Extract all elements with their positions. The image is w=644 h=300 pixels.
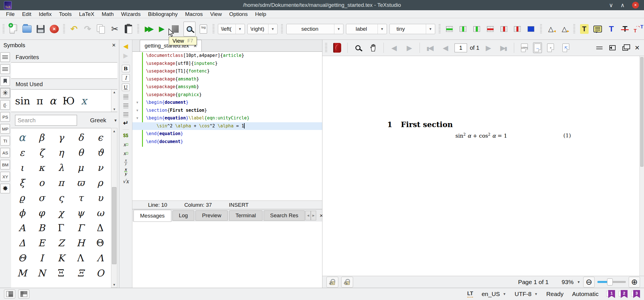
subscript-button[interactable]: x (123, 141, 128, 148)
bottom-tab-log[interactable]: Log (172, 210, 195, 221)
fold-marker-icon[interactable]: ▼ (136, 99, 138, 107)
symbol-cell[interactable]: O (90, 266, 110, 281)
symbol-cell[interactable]: Λ (90, 251, 110, 266)
symbol-cell[interactable]: Z (51, 235, 71, 251)
symbol-cell[interactable]: φ (32, 205, 51, 220)
table-cut-column-button[interactable] (512, 22, 523, 36)
table-add-row-button[interactable] (444, 22, 455, 36)
fit-text-button[interactable]: ≡ (544, 41, 557, 54)
symbol-cell[interactable]: ϑ (90, 145, 110, 160)
window-maximize-icon[interactable]: ∧ (620, 2, 625, 8)
compile-button[interactable]: ▶ (156, 22, 167, 36)
fold-marker-icon[interactable]: ▼ (136, 107, 138, 115)
menu-latex[interactable]: LaTeX (75, 11, 98, 17)
open-button[interactable] (22, 22, 33, 36)
table-add-column-button[interactable] (458, 22, 469, 36)
zoom-out-button[interactable]: ⊖ (583, 277, 595, 287)
chevron-down-icon[interactable]: ▼ (577, 280, 580, 284)
symbol-cell[interactable]: ω (90, 205, 110, 220)
symbol-cell[interactable]: K (51, 251, 71, 266)
bottom-tab-terminal[interactable]: Terminal (229, 210, 262, 221)
code-line[interactable]: \usepackage[T1]{fontenc} (132, 67, 322, 75)
symbol-cell[interactable]: τ (71, 190, 90, 205)
code-line[interactable]: \usepackage{graphicx} (132, 91, 322, 99)
save-button[interactable] (35, 22, 46, 36)
symbol-cell[interactable]: Λ (71, 251, 90, 266)
pdf-search-button[interactable] (352, 41, 364, 54)
new-document-button[interactable]: + (8, 22, 19, 36)
text-color-button[interactable]: T (606, 22, 617, 36)
menu-tools[interactable]: Tools (55, 11, 75, 17)
align-left-button[interactable] (123, 93, 128, 100)
symbol-cell[interactable]: N (32, 266, 51, 281)
symbol-cell[interactable]: ζ (32, 145, 51, 160)
menu-bibliography[interactable]: Bibliography (144, 11, 182, 17)
rail-tab-mp[interactable]: MP (0, 124, 10, 134)
symbol-cell[interactable]: A (12, 220, 32, 235)
code-editor[interactable]: \documentclass[10pt,a4paper]{article}\us… (132, 52, 322, 200)
symbol-cell[interactable]: ε (12, 145, 32, 160)
most-used-symbol[interactable]: sin (15, 95, 30, 107)
symbol-cell[interactable]: ψ (71, 205, 90, 220)
last-page-button[interactable]: ▶ (497, 41, 510, 54)
label-combo[interactable]: label▼ (346, 24, 387, 34)
section-combo[interactable]: section▼ (286, 24, 343, 34)
symbol-cell[interactable]: B (32, 220, 51, 235)
pdf-dock-icon[interactable] (609, 45, 616, 50)
symbol-cell[interactable]: I (32, 251, 51, 266)
code-line[interactable]: ▼\begin{document} (132, 99, 322, 107)
toggle-bottom-panel-button[interactable] (18, 289, 30, 299)
pdf-windowed-icon[interactable] (622, 46, 628, 51)
symbol-cell[interactable]: γ (51, 130, 71, 145)
page-number-input[interactable] (455, 44, 467, 52)
scroll-down-icon[interactable]: ▼ (113, 282, 116, 287)
rail-misc-icon[interactable]: ✸ (0, 184, 10, 193)
code-line[interactable]: \usepackage{amssymb} (132, 83, 322, 91)
pdf-scrollbar[interactable] (639, 56, 644, 276)
paste-button[interactable] (123, 22, 134, 36)
pdf-page[interactable]: 1 First section sin2 α + cos2 α = 1 (1) (322, 56, 644, 276)
symbol-cell[interactable]: ι (12, 160, 32, 175)
align-center-button[interactable] (123, 102, 128, 109)
table-remove-column-button[interactable] (498, 22, 509, 36)
tabs-scroll-left-icon[interactable]: ◀ (305, 211, 311, 220)
fit-page-button[interactable]: ⇱ (560, 41, 572, 54)
previous-page-button[interactable]: ◀ (439, 41, 452, 54)
code-line[interactable]: \sin^2 \alpha + \cos^2 \alpha = 1 (132, 122, 322, 130)
language-selector[interactable]: en_US▼ (482, 291, 506, 297)
bookmark-3-icon[interactable]: 3 (632, 290, 640, 298)
code-line[interactable]: \end{document} (132, 138, 322, 146)
table-paste-column-button[interactable] (471, 22, 482, 36)
symbol-cell[interactable]: E (32, 235, 51, 251)
symbol-cell[interactable]: H (71, 235, 90, 251)
menu-view[interactable]: View (207, 11, 226, 17)
symbol-cell[interactable]: π (51, 175, 71, 190)
insert-comment-button[interactable] (592, 22, 603, 36)
square-root-button[interactable]: √x (123, 178, 129, 185)
symbol-cell[interactable]: α (12, 130, 32, 145)
symbol-cell[interactable]: δ (71, 130, 90, 145)
code-line[interactable]: \usepackage{amsmath} (132, 75, 322, 83)
view-pdf-button[interactable] (184, 22, 196, 36)
superscript-button[interactable]: x (123, 150, 128, 157)
pdf-back-button[interactable]: ◀ (388, 41, 400, 54)
rail-most-used-icon[interactable]: ✳ (0, 88, 10, 98)
symbol-cell[interactable]: μ (71, 160, 90, 175)
bottom-tab-preview[interactable]: Preview (195, 210, 228, 221)
code-line[interactable]: ▼\section{First section} (132, 107, 322, 115)
copy-button[interactable] (96, 22, 107, 36)
sync-source-button[interactable]: ↶ (326, 277, 338, 287)
fold-marker-icon[interactable]: ▼ (136, 114, 138, 122)
symbol-cell[interactable]: Θ (90, 235, 110, 251)
build-and-view-button[interactable]: ▶▶ (143, 22, 154, 36)
bottom-tab-search-res[interactable]: Search Res (264, 210, 305, 221)
menu-macros[interactable]: Macros (181, 11, 206, 17)
rail-brackets-icon[interactable]: ([· (0, 100, 10, 110)
forward-button[interactable]: ▶ (123, 52, 128, 59)
pdf-close-icon[interactable]: × (635, 44, 639, 52)
sync-view-button[interactable]: ↷ (341, 277, 353, 287)
rail-tab-as[interactable]: AS (0, 148, 10, 158)
toggle-sidebar-button[interactable] (4, 289, 15, 299)
symbol-cell[interactable]: λ (51, 160, 71, 175)
languagetool-status[interactable]: LT (467, 291, 473, 297)
